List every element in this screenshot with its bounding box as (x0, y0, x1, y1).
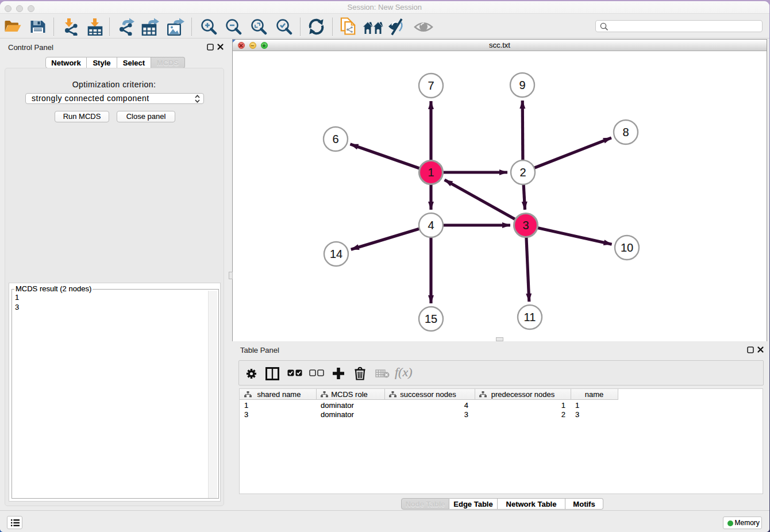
svg-text:11: 11 (524, 311, 536, 323)
svg-text:1: 1 (428, 166, 434, 179)
svg-text:2: 2 (519, 166, 526, 179)
svg-text:9: 9 (519, 79, 525, 91)
svg-text:4: 4 (428, 219, 434, 232)
svg-text:14: 14 (330, 248, 342, 260)
svg-text:6: 6 (332, 133, 338, 145)
svg-text:15: 15 (425, 313, 437, 325)
svg-text:7: 7 (428, 79, 434, 92)
svg-text:8: 8 (622, 126, 629, 138)
svg-text:3: 3 (522, 219, 529, 232)
svg-text:10: 10 (621, 241, 633, 254)
